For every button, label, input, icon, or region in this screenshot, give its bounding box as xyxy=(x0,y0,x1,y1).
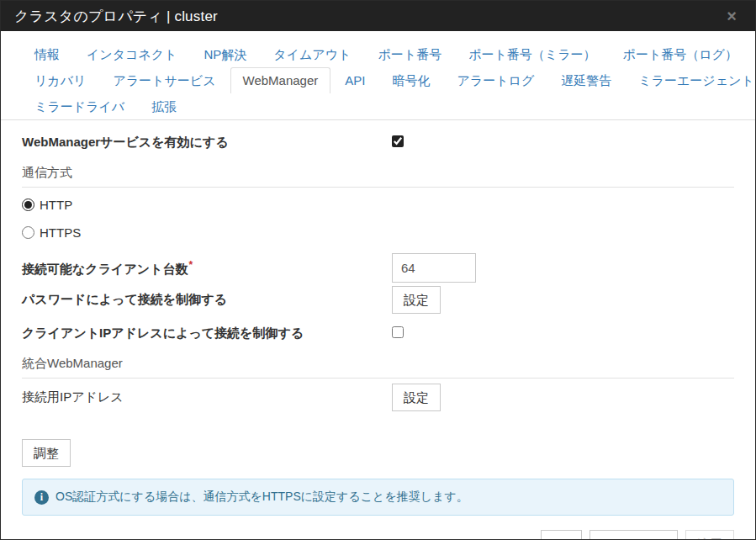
client-ip-control-checkbox[interactable] xyxy=(392,326,404,338)
dialog-titlebar: クラスタのプロパティ | cluster × xyxy=(1,1,755,31)
password-settings-button[interactable]: 設定 xyxy=(392,286,441,314)
tab-extension[interactable]: 拡張 xyxy=(139,93,189,119)
cancel-button[interactable]: キャンセル xyxy=(589,530,678,540)
tab-port-number-mirror[interactable]: ポート番号（ミラー） xyxy=(456,41,608,67)
https-radio-label: HTTPS xyxy=(40,225,81,240)
cluster-properties-dialog: クラスタのプロパティ | cluster × 情報 インタコネクト NP解決 タ… xyxy=(0,0,756,540)
tab-webmanager[interactable]: WebManager xyxy=(230,67,331,93)
connection-ip-settings-button[interactable]: 設定 xyxy=(392,384,441,411)
dialog-footer: OK キャンセル 適用 xyxy=(1,530,755,540)
enable-webmanager-label: WebManagerサービスを有効にする xyxy=(22,135,392,151)
connection-ip-row: 接続用IPアドレス 設定 xyxy=(22,384,734,411)
integrated-webmanager-section-header: 統合WebManager xyxy=(22,356,734,379)
ok-button[interactable]: OK xyxy=(541,530,583,540)
tab-api[interactable]: API xyxy=(332,67,378,93)
tab-alert-log[interactable]: アラートログ xyxy=(444,67,547,93)
enable-webmanager-row: WebManagerサービスを有効にする xyxy=(22,130,734,154)
connection-ip-label: 接続用IPアドレス xyxy=(22,389,392,405)
recommendation-info-box: i OS認証方式にする場合は、通信方式をHTTPSに設定することを推奨します。 xyxy=(22,479,734,516)
max-clients-label: 接続可能なクライアント台数* xyxy=(22,259,392,278)
info-text: OS認証方式にする場合は、通信方式をHTTPSに設定することを推奨します。 xyxy=(56,490,468,505)
http-radio-label: HTTP xyxy=(40,198,72,212)
https-radio[interactable] xyxy=(22,226,34,239)
tab-port-number-log[interactable]: ポート番号（ログ） xyxy=(611,41,750,67)
tab-panel-webmanager: WebManagerサービスを有効にする 通信方式 HTTP HTTPS 接続可… xyxy=(1,130,755,516)
tab-row-2: リカバリ アラートサービス WebManager API 暗号化 アラートログ … xyxy=(22,67,734,93)
tab-row-1: 情報 インタコネクト NP解決 タイムアウト ポート番号 ポート番号（ミラー） … xyxy=(22,41,734,67)
max-clients-input[interactable] xyxy=(392,253,476,283)
info-icon: i xyxy=(34,490,49,505)
tab-row-3: ミラードライバ 拡張 xyxy=(22,93,734,119)
tab-info[interactable]: 情報 xyxy=(22,41,72,67)
http-radio-row: HTTP xyxy=(22,193,734,215)
tab-alert-service[interactable]: アラートサービス xyxy=(100,67,228,93)
password-control-label: パスワードによって接続を制御する xyxy=(22,292,392,308)
tab-np-resolution[interactable]: NP解決 xyxy=(191,41,259,67)
tab-timeout[interactable]: タイムアウト xyxy=(261,41,363,67)
close-icon[interactable]: × xyxy=(722,6,742,26)
tab-mirror-agent[interactable]: ミラーエージェント xyxy=(626,67,756,93)
tab-bar: 情報 インタコネクト NP解決 タイムアウト ポート番号 ポート番号（ミラー） … xyxy=(1,31,755,120)
http-radio[interactable] xyxy=(22,199,34,211)
password-control-row: パスワードによって接続を制御する 設定 xyxy=(22,286,734,314)
client-ip-control-row: クライアントIPアドレスによって接続を制御する xyxy=(22,321,734,345)
tab-monitor[interactable]: 監視 xyxy=(752,41,756,67)
apply-button[interactable]: 適用 xyxy=(685,530,734,540)
tab-port-number[interactable]: ポート番号 xyxy=(365,41,454,67)
client-ip-control-label: クライアントIPアドレスによって接続を制御する xyxy=(22,326,392,341)
tab-mirror-driver[interactable]: ミラードライバ xyxy=(22,93,137,119)
max-clients-row: 接続可能なクライアント台数* xyxy=(22,253,734,283)
required-mark: * xyxy=(188,259,193,271)
dialog-title: クラスタのプロパティ | cluster xyxy=(14,7,218,26)
comm-method-section-header: 通信方式 xyxy=(22,165,734,188)
enable-webmanager-checkbox[interactable] xyxy=(392,135,404,147)
https-radio-row: HTTPS xyxy=(22,221,734,243)
tab-delay-warning[interactable]: 遅延警告 xyxy=(548,67,624,93)
tab-encryption[interactable]: 暗号化 xyxy=(379,67,442,93)
tune-button[interactable]: 調整 xyxy=(22,439,71,467)
tab-recovery[interactable]: リカバリ xyxy=(22,67,98,93)
tab-interconnect[interactable]: インタコネクト xyxy=(74,41,189,67)
